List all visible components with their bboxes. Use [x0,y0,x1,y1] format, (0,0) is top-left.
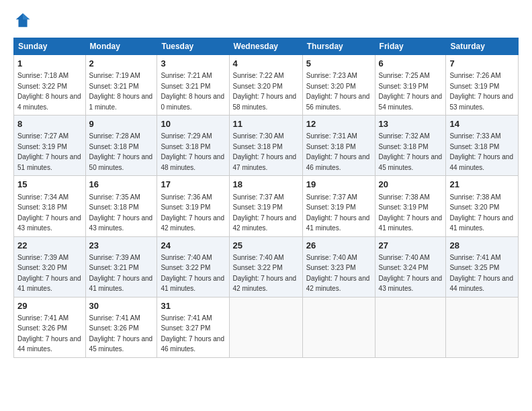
day-info: Sunrise: 7:41 AMSunset: 3:26 PMDaylight:… [17,314,81,353]
day-number: 12 [306,118,371,130]
day-info: Sunrise: 7:19 AMSunset: 3:21 PMDaylight:… [89,72,153,111]
calendar-cell: 7Sunrise: 7:26 AMSunset: 3:19 PMDaylight… [446,55,519,116]
calendar-cell: 9Sunrise: 7:28 AMSunset: 3:18 PMDaylight… [85,116,157,176]
calendar-cell: 20Sunrise: 7:38 AMSunset: 3:19 PMDayligh… [375,176,446,236]
day-number: 4 [233,58,299,70]
day-number: 13 [379,118,443,130]
day-of-week-header: Saturday [446,38,519,55]
day-number: 25 [233,240,299,252]
day-info: Sunrise: 7:40 AMSunset: 3:22 PMDaylight:… [161,254,224,293]
calendar-cell: 23Sunrise: 7:39 AMSunset: 3:21 PMDayligh… [85,236,157,297]
day-info: Sunrise: 7:26 AMSunset: 3:19 PMDaylight:… [449,72,513,111]
logo-icon [13,11,32,30]
day-info: Sunrise: 7:37 AMSunset: 3:19 PMDaylight:… [306,193,370,232]
calendar-cell: 13Sunrise: 7:32 AMSunset: 3:18 PMDayligh… [375,116,446,176]
calendar-week-row: 8Sunrise: 7:27 AMSunset: 3:19 PMDaylight… [14,116,519,176]
calendar-table: SundayMondayTuesdayWednesdayThursdayFrid… [13,38,519,358]
day-info: Sunrise: 7:34 AMSunset: 3:18 PMDaylight:… [17,193,81,232]
day-of-week-header: Tuesday [157,38,229,55]
calendar-cell: 25Sunrise: 7:40 AMSunset: 3:22 PMDayligh… [229,236,302,297]
calendar-cell: 12Sunrise: 7:31 AMSunset: 3:18 PMDayligh… [302,116,375,176]
day-number: 16 [89,179,154,191]
day-info: Sunrise: 7:25 AMSunset: 3:19 PMDaylight:… [379,72,443,111]
calendar-cell: 30Sunrise: 7:41 AMSunset: 3:26 PMDayligh… [85,297,157,357]
day-info: Sunrise: 7:40 AMSunset: 3:22 PMDaylight:… [233,254,297,293]
day-info: Sunrise: 7:27 AMSunset: 3:19 PMDaylight:… [17,132,81,171]
day-number: 2 [89,58,154,70]
day-number: 14 [449,118,515,130]
day-info: Sunrise: 7:40 AMSunset: 3:23 PMDaylight:… [306,254,370,293]
day-number: 30 [89,300,154,312]
day-number: 26 [306,240,371,252]
calendar-cell: 10Sunrise: 7:29 AMSunset: 3:18 PMDayligh… [157,116,229,176]
day-number: 6 [379,58,443,70]
calendar-cell: 24Sunrise: 7:40 AMSunset: 3:22 PMDayligh… [157,236,229,297]
day-number: 29 [17,300,82,312]
calendar-cell: 4Sunrise: 7:22 AMSunset: 3:20 PMDaylight… [229,55,302,116]
svg-marker-1 [23,13,30,19]
calendar-cell: 6Sunrise: 7:25 AMSunset: 3:19 PMDaylight… [375,55,446,116]
day-number: 19 [306,179,371,191]
calendar-week-row: 1Sunrise: 7:18 AMSunset: 3:22 PMDaylight… [14,55,519,116]
calendar-cell: 1Sunrise: 7:18 AMSunset: 3:22 PMDaylight… [14,55,86,116]
day-number: 31 [161,300,225,312]
day-of-week-header: Monday [85,38,157,55]
days-of-week-row: SundayMondayTuesdayWednesdayThursdayFrid… [14,38,519,55]
day-info: Sunrise: 7:29 AMSunset: 3:18 PMDaylight:… [161,132,224,171]
day-info: Sunrise: 7:38 AMSunset: 3:20 PMDaylight:… [449,193,513,232]
calendar-cell: 3Sunrise: 7:21 AMSunset: 3:21 PMDaylight… [157,55,229,116]
day-number: 24 [161,240,225,252]
logo [13,11,35,30]
calendar-cell: 31Sunrise: 7:41 AMSunset: 3:27 PMDayligh… [157,297,229,357]
calendar-cell: 16Sunrise: 7:35 AMSunset: 3:18 PMDayligh… [85,176,157,236]
calendar-week-row: 15Sunrise: 7:34 AMSunset: 3:18 PMDayligh… [14,176,519,236]
day-number: 17 [161,179,225,191]
calendar-cell: 21Sunrise: 7:38 AMSunset: 3:20 PMDayligh… [446,176,519,236]
day-number: 7 [449,58,515,70]
header [13,11,519,30]
day-info: Sunrise: 7:23 AMSunset: 3:20 PMDaylight:… [306,72,370,111]
calendar-cell [302,297,375,357]
day-number: 18 [233,179,299,191]
day-number: 20 [379,179,443,191]
calendar-cell: 18Sunrise: 7:37 AMSunset: 3:19 PMDayligh… [229,176,302,236]
day-number: 21 [449,179,515,191]
calendar-cell: 8Sunrise: 7:27 AMSunset: 3:19 PMDaylight… [14,116,86,176]
day-info: Sunrise: 7:28 AMSunset: 3:18 PMDaylight:… [89,132,153,171]
calendar-cell: 14Sunrise: 7:33 AMSunset: 3:18 PMDayligh… [446,116,519,176]
day-of-week-header: Friday [375,38,446,55]
day-info: Sunrise: 7:41 AMSunset: 3:26 PMDaylight:… [89,314,153,353]
day-info: Sunrise: 7:39 AMSunset: 3:20 PMDaylight:… [17,254,81,293]
day-info: Sunrise: 7:32 AMSunset: 3:18 PMDaylight:… [379,132,443,171]
calendar-cell: 22Sunrise: 7:39 AMSunset: 3:20 PMDayligh… [14,236,86,297]
day-info: Sunrise: 7:31 AMSunset: 3:18 PMDaylight:… [306,132,370,171]
page: SundayMondayTuesdayWednesdayThursdayFrid… [0,0,532,411]
day-of-week-header: Sunday [14,38,86,55]
day-info: Sunrise: 7:21 AMSunset: 3:21 PMDaylight:… [161,72,224,111]
day-info: Sunrise: 7:41 AMSunset: 3:25 PMDaylight:… [449,254,513,293]
calendar-week-row: 29Sunrise: 7:41 AMSunset: 3:26 PMDayligh… [14,297,519,357]
day-number: 1 [17,58,82,70]
day-number: 28 [449,240,515,252]
day-info: Sunrise: 7:40 AMSunset: 3:24 PMDaylight:… [379,254,443,293]
day-info: Sunrise: 7:37 AMSunset: 3:19 PMDaylight:… [233,193,297,232]
calendar-cell: 15Sunrise: 7:34 AMSunset: 3:18 PMDayligh… [14,176,86,236]
calendar-cell: 28Sunrise: 7:41 AMSunset: 3:25 PMDayligh… [446,236,519,297]
day-info: Sunrise: 7:33 AMSunset: 3:18 PMDaylight:… [449,132,513,171]
day-info: Sunrise: 7:30 AMSunset: 3:18 PMDaylight:… [233,132,297,171]
calendar-week-row: 22Sunrise: 7:39 AMSunset: 3:20 PMDayligh… [14,236,519,297]
calendar-cell: 29Sunrise: 7:41 AMSunset: 3:26 PMDayligh… [14,297,86,357]
day-number: 9 [89,118,154,130]
day-info: Sunrise: 7:36 AMSunset: 3:19 PMDaylight:… [161,193,224,232]
day-info: Sunrise: 7:35 AMSunset: 3:18 PMDaylight:… [89,193,153,232]
day-info: Sunrise: 7:39 AMSunset: 3:21 PMDaylight:… [89,254,153,293]
day-info: Sunrise: 7:41 AMSunset: 3:27 PMDaylight:… [161,314,224,353]
day-number: 22 [17,240,82,252]
day-info: Sunrise: 7:18 AMSunset: 3:22 PMDaylight:… [17,72,81,111]
day-number: 11 [233,118,299,130]
day-number: 8 [17,118,82,130]
day-number: 23 [89,240,154,252]
day-of-week-header: Wednesday [229,38,302,55]
day-info: Sunrise: 7:22 AMSunset: 3:20 PMDaylight:… [233,72,297,111]
calendar-cell [229,297,302,357]
